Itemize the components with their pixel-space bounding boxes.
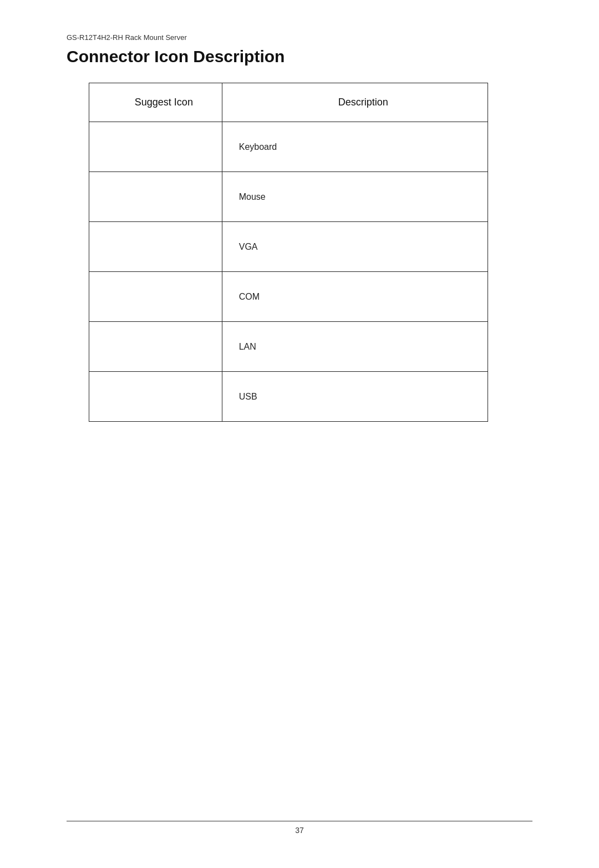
icon-cell-3 <box>89 272 222 322</box>
icon-cell-5 <box>89 372 222 422</box>
table-row: LAN <box>89 322 488 372</box>
description-cell-1: Mouse <box>222 172 488 222</box>
description-cell-0: Keyboard <box>222 122 488 172</box>
table-row: Mouse <box>89 172 488 222</box>
icon-cell-1 <box>89 172 222 222</box>
table-header-row: Suggest Icon Description <box>89 83 488 122</box>
icon-cell-4 <box>89 322 222 372</box>
description-cell-5: USB <box>222 372 488 422</box>
table-row: USB <box>89 372 488 422</box>
description-cell-3: COM <box>222 272 488 322</box>
header-desc-col: Description <box>222 83 488 122</box>
table-row: VGA <box>89 222 488 272</box>
page-container: GS-R12T4H2-RH Rack Mount Server Connecto… <box>0 0 599 868</box>
header-icon-col: Suggest Icon <box>89 83 222 122</box>
connector-table: Suggest Icon Description KeyboardMouseVG… <box>89 83 488 422</box>
page-number: 37 <box>295 826 304 835</box>
table-row: Keyboard <box>89 122 488 172</box>
table-row: COM <box>89 272 488 322</box>
doc-subtitle: GS-R12T4H2-RH Rack Mount Server <box>67 33 532 42</box>
icon-cell-0 <box>89 122 222 172</box>
page-title: Connector Icon Description <box>67 47 532 66</box>
description-cell-4: LAN <box>222 322 488 372</box>
footer: 37 <box>67 821 532 835</box>
description-cell-2: VGA <box>222 222 488 272</box>
icon-cell-2 <box>89 222 222 272</box>
